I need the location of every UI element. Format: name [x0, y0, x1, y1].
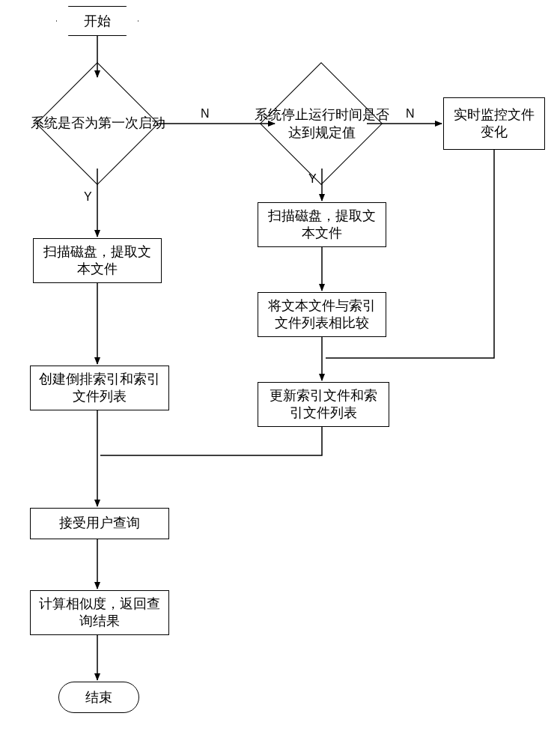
d2-text: 系统停止运行时间是否 达到规定值: [255, 106, 389, 142]
scan-left-box: 扫描磁盘，提取文 本文件: [33, 238, 162, 283]
accept-text: 接受用户查询: [59, 515, 140, 532]
update-text: 更新索引文件和索 引文件列表: [270, 387, 377, 422]
start-node: 开始: [56, 6, 139, 36]
compare-box: 将文本文件与索引 文件列表相比较: [258, 292, 386, 337]
flowchart-canvas: 开始 系统是否为第一次启动 系统停止运行时间是否 达到规定值 实时监控文件 变化…: [0, 0, 560, 749]
d1-text: 系统是否为第一次启动: [31, 115, 165, 132]
scan-right-text: 扫描磁盘，提取文 本文件: [268, 207, 376, 243]
create-index-text: 创建倒排索引和索引 文件列表: [39, 371, 160, 406]
decision-first-start-text: 系统是否为第一次启动: [27, 97, 169, 150]
d1-n-label: N: [201, 107, 210, 121]
d2-y-label: Y: [308, 172, 317, 186]
end-label: 结束: [85, 688, 112, 706]
compare-text: 将文本文件与索引 文件列表相比较: [268, 297, 376, 333]
decision-stop-time-text: 系统停止运行时间是否 达到规定值: [240, 96, 404, 152]
end-node: 结束: [58, 682, 139, 713]
calc-similarity-box: 计算相似度，返回查 询结果: [30, 590, 169, 635]
d2-n-label: N: [406, 107, 415, 121]
create-index-box: 创建倒排索引和索引 文件列表: [30, 366, 169, 410]
scan-left-text: 扫描磁盘，提取文 本文件: [43, 243, 151, 279]
accept-query-box: 接受用户查询: [30, 508, 169, 539]
update-index-box: 更新索引文件和索 引文件列表: [258, 382, 389, 427]
start-label: 开始: [84, 12, 111, 30]
d1-y-label: Y: [84, 190, 92, 204]
monitor-box: 实时监控文件 变化: [443, 97, 545, 150]
scan-right-box: 扫描磁盘，提取文 本文件: [258, 202, 386, 247]
monitor-text: 实时监控文件 变化: [454, 106, 535, 142]
calc-text: 计算相似度，返回查 询结果: [39, 595, 160, 631]
